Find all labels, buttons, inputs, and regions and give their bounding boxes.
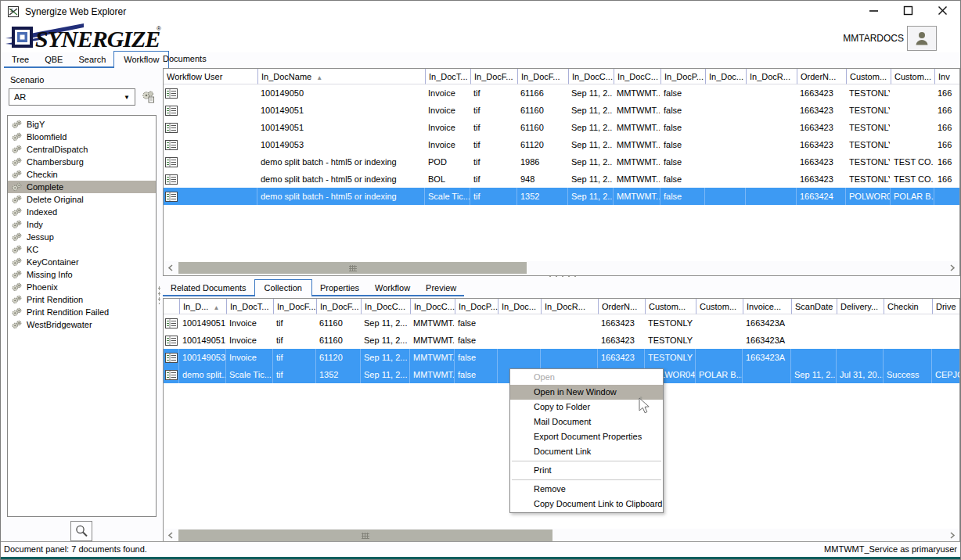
scenario-item-westbridgewater[interactable]: WestBridgewater — [8, 318, 156, 331]
table-row[interactable]: 100149051Invoicetif61160Sep 11, 2...MMTW… — [164, 332, 960, 349]
scenario-item-delete-original[interactable]: Delete Original — [8, 193, 156, 206]
column-header-custom[interactable]: Custom... — [846, 69, 891, 84]
table-row[interactable]: demo split batch - html5 or indexingBOLt… — [164, 171, 960, 188]
column-header-in-docr[interactable]: In_DocR... — [541, 299, 598, 314]
user-button[interactable] — [907, 26, 937, 51]
scenario-item-print-rendition[interactable]: Print Rendition — [8, 293, 156, 306]
tab-search[interactable]: Search — [70, 52, 113, 68]
menu-item-document-link[interactable]: Document Link — [510, 444, 663, 459]
column-header-in-docf[interactable]: In_DocF... — [470, 69, 517, 84]
column-header-in-docc[interactable]: In_DocC... — [568, 69, 614, 84]
table-row[interactable]: 100149053Invoicetif61120Sep 11, 2...MMTW… — [164, 136, 960, 153]
scenario-dropdown[interactable]: AR ▼ — [9, 88, 135, 106]
column-header-checkin[interactable]: Checkin — [884, 299, 932, 314]
detail-tab-preview[interactable]: Preview — [418, 281, 464, 296]
chevron-left-icon[interactable] — [164, 529, 177, 542]
table-cell: 61160 — [316, 314, 361, 332]
scenario-item-bloomfield[interactable]: Bloomfield — [8, 131, 156, 143]
scrollbar-thumb[interactable] — [178, 262, 527, 274]
scenario-item-jessup[interactable]: Jessup — [8, 231, 156, 243]
vertical-splitter-handle[interactable] — [158, 285, 160, 304]
table-cell — [696, 314, 743, 332]
column-header-in-docc[interactable]: In_DocC... — [410, 299, 455, 314]
column-header-in-doc[interactable]: In_Doc... — [705, 69, 746, 84]
scenario-item-missing-info[interactable]: Missing Info — [8, 268, 156, 281]
horizontal-splitter-handle[interactable] — [547, 275, 578, 278]
column-header-custom[interactable]: Custom... — [696, 299, 743, 314]
scenario-item-chambersburg[interactable]: Chambersburg — [8, 156, 156, 168]
column-header-blank[interactable] — [164, 299, 179, 314]
minimize-button[interactable] — [866, 3, 880, 17]
column-header-in-d[interactable]: In_D...▲ — [179, 299, 226, 314]
column-header-in-docname[interactable]: In_DocName▲ — [257, 69, 425, 84]
column-header-in-doct[interactable]: In_DocT... — [425, 69, 470, 84]
column-header-custom[interactable]: Custom... — [891, 69, 934, 84]
chevron-down-icon[interactable]: ▼ — [124, 94, 130, 101]
table-row[interactable]: 100149053Invoicetif61120Sep 11, 2...MMTW… — [164, 349, 960, 366]
column-header-invoice[interactable]: Invoice... — [743, 299, 791, 314]
column-header-inv[interactable]: Inv — [934, 69, 960, 84]
table-row[interactable]: 100149051Invoicetif61160Sep 11, 2...MMTW… — [164, 119, 960, 136]
scenario-item-phoenix[interactable]: Phoenix — [8, 281, 156, 293]
column-header-scandate[interactable]: ScanDate — [791, 299, 837, 314]
scenario-item-kc[interactable]: KC — [8, 243, 156, 256]
column-header-in-docc[interactable]: In_DocC... — [361, 299, 410, 314]
tab-workflow[interactable]: Workflow — [113, 51, 169, 68]
table-cell: tif — [273, 349, 316, 366]
chevron-right-icon[interactable] — [946, 261, 959, 275]
column-header-in-docf[interactable]: In_DocF... — [517, 69, 568, 84]
column-header-in-docc[interactable]: In_DocC... — [614, 69, 660, 84]
menu-item-copy-document-link-to-clipboard[interactable]: Copy Document Link to Clipboard — [510, 497, 663, 512]
scenario-item-indy[interactable]: Indy — [8, 218, 156, 231]
scrollbar-thumb[interactable] — [178, 529, 552, 541]
menu-item-export-document-properties[interactable]: Export Document Properties — [510, 429, 663, 444]
chevron-left-icon[interactable] — [164, 261, 177, 275]
column-header-in-docp[interactable]: In_DocP... — [455, 299, 498, 314]
detail-tab-properties[interactable]: Properties — [312, 281, 367, 296]
documents-h-scrollbar[interactable] — [164, 261, 959, 275]
detail-tab-workflow[interactable]: Workflow — [367, 281, 418, 296]
maximize-button[interactable] — [901, 3, 915, 17]
chevron-right-icon[interactable] — [946, 529, 959, 542]
column-header-custom[interactable]: Custom... — [645, 299, 696, 314]
scenario-item-bigy[interactable]: BigY — [8, 118, 156, 131]
svg-text:®: ® — [157, 25, 161, 32]
column-header-in-docp[interactable]: In_DocP... — [660, 69, 705, 84]
table-row[interactable]: 100149051Invoicetif61160Sep 11, 2...MMTW… — [164, 102, 960, 119]
scrollbar-track[interactable] — [177, 529, 946, 542]
table-row[interactable]: demo split batch - html5 or indexingPODt… — [164, 153, 960, 171]
menu-item-remove[interactable]: Remove — [510, 482, 663, 497]
column-header-workflow-user[interactable]: Workflow User — [164, 69, 257, 84]
scenario-item-print-rendition-failed[interactable]: Print Rendition Failed — [8, 306, 156, 318]
column-header-ordern[interactable]: OrderN... — [797, 69, 846, 84]
scenario-item-centraldispatch[interactable]: CentralDispatch — [8, 143, 156, 156]
scenario-item-keycontainer[interactable]: KeyContainer — [8, 256, 156, 268]
column-header-drive[interactable]: Drive — [932, 299, 960, 314]
scenario-item-indexed[interactable]: Indexed — [8, 206, 156, 218]
tab-qbe[interactable]: QBE — [37, 52, 70, 68]
menu-item-print[interactable]: Print — [510, 463, 663, 478]
search-button[interactable] — [70, 521, 92, 541]
scenario-settings-button[interactable] — [139, 88, 157, 106]
table-row[interactable]: demo split batch - html5 or indexingScal… — [164, 188, 960, 205]
scenario-item-complete[interactable]: Complete — [8, 181, 156, 193]
collection-h-scrollbar[interactable] — [164, 529, 959, 542]
column-header-in-docf[interactable]: In_DocF... — [316, 299, 361, 314]
menu-item-mail-document[interactable]: Mail Document — [510, 415, 663, 429]
scrollbar-track[interactable] — [177, 261, 946, 275]
column-header-in-doc[interactable]: In_Doc... — [498, 299, 541, 314]
column-header-in-docr[interactable]: In_DocR... — [746, 69, 797, 84]
table-cell: false — [660, 136, 705, 153]
table-row[interactable]: 100149050Invoicetif61166Sep 11, 2...MMTW… — [164, 84, 960, 102]
scenario-item-checkin[interactable]: Checkin — [8, 168, 156, 181]
column-header-in-doct[interactable]: In_DocT... — [226, 299, 273, 314]
table-row[interactable]: 100149051Invoicetif61160Sep 11, 2...MMTW… — [164, 314, 960, 332]
table-cell: tif — [470, 119, 517, 136]
detail-tab-collection[interactable]: Collection — [254, 279, 312, 296]
tab-tree[interactable]: Tree — [4, 52, 37, 68]
column-header-ordern[interactable]: OrderN... — [598, 299, 645, 314]
close-button[interactable] — [935, 3, 949, 17]
detail-tab-related-documents[interactable]: Related Documents — [163, 281, 254, 296]
column-header-in-docf[interactable]: In_DocF... — [273, 299, 316, 314]
column-header-delivery[interactable]: Delivery... — [837, 299, 884, 314]
